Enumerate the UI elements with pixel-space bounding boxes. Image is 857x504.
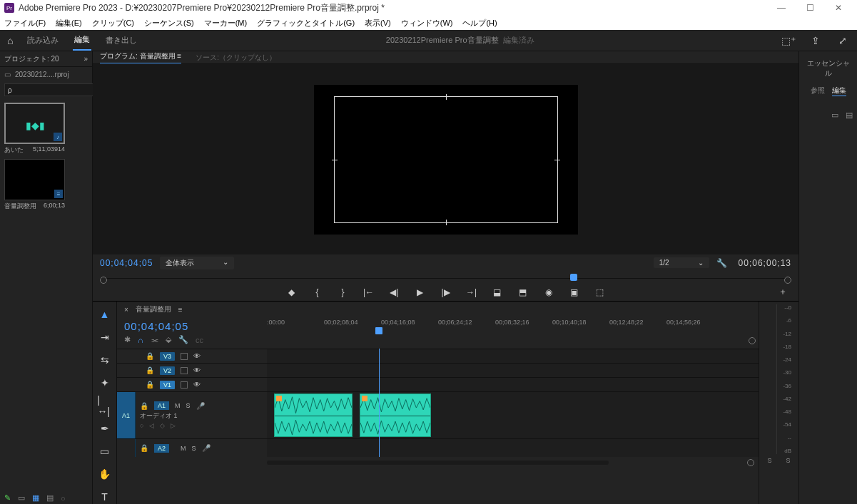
- mute-button[interactable]: M: [181, 445, 186, 452]
- track-v2[interactable]: 🔒V2👁: [117, 363, 759, 377]
- zoom-dropdown[interactable]: 1/2⌄: [654, 257, 709, 268]
- caption-icon[interactable]: cc: [196, 336, 203, 344]
- freeform-icon[interactable]: ✎: [4, 493, 11, 503]
- zoom-handle-left[interactable]: [100, 277, 107, 284]
- timeline-playhead[interactable]: [375, 327, 382, 334]
- rate-stretch-tool-icon[interactable]: ✦: [98, 376, 112, 390]
- audio-clip[interactable]: [274, 394, 353, 437]
- menu-window[interactable]: ウィンドウ(W): [401, 18, 453, 29]
- source-tab[interactable]: ソース:（クリップなし）: [196, 53, 276, 63]
- in-button[interactable]: {: [312, 287, 323, 297]
- menu-view[interactable]: 表示(V): [365, 18, 391, 29]
- lock-icon[interactable]: 🔒: [146, 366, 154, 374]
- button-editor-icon[interactable]: ＋: [777, 286, 788, 298]
- source-patch-a2[interactable]: [117, 439, 136, 457]
- menu-file[interactable]: ファイル(F): [4, 18, 46, 29]
- safe-margin-button[interactable]: ⬚: [594, 287, 606, 297]
- program-monitor[interactable]: [93, 64, 798, 254]
- timeline-timecode[interactable]: 00;04;04;05: [124, 320, 260, 332]
- eye-icon[interactable]: 👁: [193, 366, 201, 374]
- timeline-ruler[interactable]: :00:00 00;02;08;04 00;04;16;08 00;06;24;…: [267, 317, 759, 349]
- toggle-output-icon[interactable]: [181, 381, 188, 389]
- close-button[interactable]: ✕: [824, 3, 853, 13]
- folder-icon[interactable]: ▭: [831, 110, 838, 120]
- track-tag[interactable]: V2: [160, 366, 175, 375]
- solo-label[interactable]: S: [786, 457, 791, 464]
- track-tag[interactable]: V3: [160, 352, 175, 361]
- timeline-zoom-scroll[interactable]: [117, 457, 759, 468]
- snap-icon[interactable]: ∩: [138, 336, 143, 344]
- menu-sequence[interactable]: シーケンス(S): [144, 18, 194, 29]
- program-scrubber[interactable]: [100, 271, 791, 284]
- menu-graphics[interactable]: グラフィックとタイトル(G): [257, 18, 355, 29]
- pen-tool-icon[interactable]: ✒: [98, 421, 112, 436]
- program-tab[interactable]: プログラム: 音量調整用 ≡: [100, 51, 181, 63]
- slip-tool-icon[interactable]: |↔|: [98, 398, 112, 413]
- lock-icon[interactable]: 🔒: [146, 381, 154, 389]
- voice-over-icon[interactable]: 🎤: [196, 402, 205, 410]
- solo-label[interactable]: S: [767, 457, 771, 464]
- track-tag[interactable]: A1: [154, 401, 169, 410]
- share-icon[interactable]: ⇪: [808, 35, 823, 46]
- timeline-menu-icon[interactable]: ≡: [178, 306, 183, 314]
- menu-help[interactable]: ヘルプ(H): [462, 18, 497, 29]
- settings-icon[interactable]: 🔧: [716, 258, 727, 268]
- goto-out-button[interactable]: →|: [466, 287, 477, 297]
- track-content-a1[interactable]: [267, 392, 759, 438]
- lock-icon[interactable]: 🔒: [140, 402, 148, 410]
- zoom-handle[interactable]: [747, 459, 754, 466]
- menu-marker[interactable]: マーカー(M): [204, 18, 248, 29]
- bin-item-sequence[interactable]: ≡ 音量調整用6;00;13: [4, 159, 65, 211]
- tab-import[interactable]: 読み込み: [26, 31, 60, 50]
- step-back-button[interactable]: ◀|: [389, 287, 400, 297]
- keyframe-icon[interactable]: ◇: [160, 422, 165, 429]
- eye-icon[interactable]: 👁: [193, 352, 201, 360]
- play-button[interactable]: ▶: [415, 287, 426, 297]
- list-view-icon[interactable]: ▭: [18, 493, 25, 503]
- marker-span-icon[interactable]: ⬙: [166, 335, 171, 344]
- export-frame-button[interactable]: ◉: [543, 287, 554, 297]
- fullscreen-icon[interactable]: ⤢: [836, 35, 850, 46]
- out-button[interactable]: }: [338, 287, 349, 297]
- fit-dropdown[interactable]: 全体表示⌄: [160, 257, 234, 269]
- ripple-tool-icon[interactable]: ⇆: [98, 353, 112, 367]
- quick-export-icon[interactable]: ⬚⁺: [781, 35, 796, 46]
- rectangle-tool-icon[interactable]: ▭: [98, 444, 112, 458]
- solo-button[interactable]: S: [192, 445, 196, 452]
- type-tool-icon[interactable]: T: [98, 490, 112, 504]
- tab-edit[interactable]: 編集: [73, 30, 91, 51]
- zoom-end-handle[interactable]: [749, 337, 756, 344]
- maximize-button[interactable]: ☐: [796, 3, 824, 13]
- essential-edit-tab[interactable]: 編集: [832, 86, 846, 96]
- mute-button[interactable]: M: [175, 402, 181, 409]
- settings-wrench-icon[interactable]: 🔧: [178, 335, 188, 344]
- menu-clip[interactable]: クリップ(C): [92, 18, 134, 29]
- panel-menu-icon[interactable]: »: [83, 55, 88, 63]
- bin-item-audio[interactable]: ▮◆▮♪ あいた5;11;03914: [4, 103, 65, 155]
- minimize-button[interactable]: —: [767, 3, 796, 13]
- program-timecode[interactable]: 00;04;04;05: [100, 258, 153, 268]
- toggle-output-icon[interactable]: [181, 353, 188, 360]
- goto-in-button[interactable]: |←: [363, 287, 375, 297]
- essential-browse-tab[interactable]: 参照: [811, 86, 825, 96]
- timeline-close-icon[interactable]: ×: [124, 306, 128, 314]
- link-icon[interactable]: ⫘: [151, 336, 158, 344]
- selection-tool-icon[interactable]: ▲: [98, 307, 112, 322]
- layers-icon[interactable]: ▤: [846, 110, 853, 120]
- track-tag[interactable]: V1: [160, 381, 175, 389]
- search-input[interactable]: [4, 83, 102, 96]
- hand-tool-icon[interactable]: ✋: [98, 467, 112, 481]
- lock-icon[interactable]: 🔒: [146, 352, 154, 360]
- freeform-view-icon[interactable]: ▤: [46, 493, 54, 503]
- comparison-button[interactable]: ▣: [569, 287, 580, 297]
- track-select-tool-icon[interactable]: ⇥: [98, 330, 112, 344]
- lock-icon[interactable]: 🔒: [140, 444, 148, 452]
- track-v3[interactable]: 🔒V3👁: [117, 349, 759, 363]
- marker-button[interactable]: ◆: [286, 287, 298, 297]
- toggle-output-icon[interactable]: [181, 367, 188, 374]
- voice-over-icon[interactable]: 🎤: [202, 444, 211, 452]
- project-file-row[interactable]: ▭ 20230212....rproj: [0, 67, 92, 81]
- icon-view-icon[interactable]: ▦: [32, 493, 39, 503]
- track-v1[interactable]: 🔒V1👁: [117, 377, 759, 391]
- track-a1[interactable]: A1 🔒A1MS🎤 オーディオ 1 ○◁◇▷: [117, 391, 759, 438]
